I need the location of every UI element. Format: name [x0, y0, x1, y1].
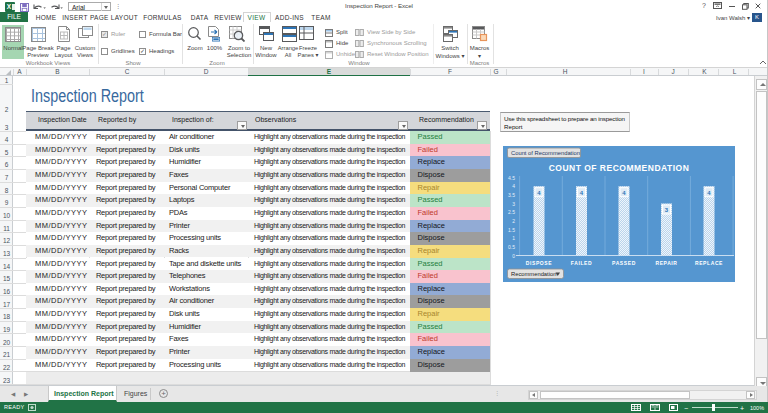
svg-text:2.5: 2.5 [508, 209, 515, 215]
svg-text:2: 2 [512, 218, 515, 224]
svg-text:COUNT OF RECOMMENDATION: COUNT OF RECOMMENDATION [549, 163, 690, 173]
svg-text:3: 3 [512, 201, 515, 207]
svg-text:DISPOSE: DISPOSE [526, 260, 552, 266]
svg-text:1: 1 [512, 235, 515, 241]
svg-text:4.5: 4.5 [508, 175, 515, 181]
svg-text:4: 4 [512, 183, 515, 189]
svg-text:0: 0 [512, 253, 515, 259]
svg-text:3.5: 3.5 [508, 192, 515, 198]
svg-text:1.5: 1.5 [508, 227, 515, 233]
svg-text:PASSED: PASSED [612, 260, 636, 266]
svg-text:0.5: 0.5 [508, 244, 515, 250]
svg-text:Recommendation: Recommendation [511, 271, 556, 277]
svg-text:Count of Recommendation: Count of Recommendation [511, 150, 580, 156]
svg-text:REPAIR: REPAIR [655, 260, 677, 266]
svg-text:FAILED: FAILED [571, 260, 592, 266]
svg-text:REPLACE: REPLACE [695, 260, 723, 266]
